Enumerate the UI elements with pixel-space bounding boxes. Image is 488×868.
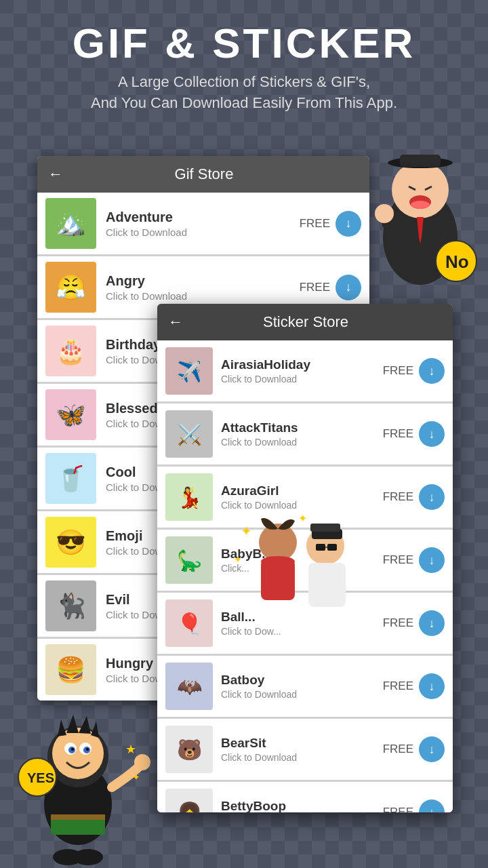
sticker-name-airasia: AirasiaHoliday: [221, 357, 383, 372]
couple-character-decoration: ✦ ✦ ✦: [230, 509, 366, 647]
sticker-badge-azura: FREE: [383, 490, 413, 504]
sticker-download-bettyboop[interactable]: ↓: [419, 800, 445, 812]
gif-thumb-angry: 😤: [45, 262, 96, 313]
sticker-name-azura: AzuraGirl: [221, 484, 383, 498]
sticker-download-airasia[interactable]: ↓: [419, 358, 445, 384]
sticker-right-bearsit: FREE ↓: [383, 736, 445, 762]
sticker-right-airasia: FREE ↓: [383, 358, 445, 384]
gif-item-adventure[interactable]: 🏔️ Adventure Click to Download FREE ↓: [37, 193, 369, 254]
svg-text:★: ★: [125, 743, 136, 756]
gif-store-title: Gif Store: [77, 165, 331, 183]
svg-text:✦: ✦: [234, 554, 242, 565]
sticker-download-balloon[interactable]: ↓: [419, 610, 445, 636]
sticker-info-titans: AttackTitans Click to Download: [221, 420, 383, 448]
gif-thumb-emoji: 😎: [45, 517, 96, 568]
gif-store-back-button[interactable]: ←: [48, 165, 63, 183]
svg-text:✦: ✦: [241, 524, 252, 538]
sticker-right-baby: FREE ↓: [383, 547, 445, 573]
sticker-badge-titans: FREE: [383, 427, 413, 441]
svg-point-15: [261, 556, 295, 567]
sticker-download-azura[interactable]: ↓: [419, 484, 445, 510]
sticker-right-azura: FREE ↓: [383, 484, 445, 510]
svg-point-36: [86, 748, 89, 751]
sticker-store-header: ← Sticker Store: [157, 304, 453, 340]
gif-thumb-cool: 🥤: [45, 453, 96, 504]
sticker-right-titans: FREE ↓: [383, 421, 445, 447]
svg-rect-22: [316, 544, 325, 551]
gif-right-adventure: FREE ↓: [300, 211, 361, 237]
sticker-action-airasia: Click to Download: [221, 374, 383, 384]
svg-point-12: [375, 204, 394, 223]
sticker-badge-batboy: FREE: [383, 679, 413, 693]
svg-point-37: [134, 754, 150, 770]
sticker-badge-bettyboop: FREE: [383, 806, 413, 812]
gif-info-angry: Angry Click to Download: [106, 273, 300, 302]
gif-thumb-hungry: 🍔: [45, 644, 96, 695]
sticker-name-bettyboop: BettyBoop: [221, 799, 383, 812]
gif-info-adventure: Adventure Click to Download: [106, 210, 300, 238]
gif-name-angry: Angry: [106, 273, 300, 289]
sticker-badge-balloon: FREE: [383, 616, 413, 630]
gif-thumb-birthday: 🎂: [45, 326, 96, 376]
sticker-download-bearsit[interactable]: ↓: [419, 736, 445, 762]
sticker-download-titans[interactable]: ↓: [419, 421, 445, 447]
sticker-item-bettyboop[interactable]: 👧 BettyBoop Click to Download FREE ↓: [157, 782, 453, 812]
svg-point-1: [392, 161, 449, 218]
gif-right-angry: FREE ↓: [300, 275, 361, 300]
svg-point-43: [73, 849, 103, 865]
sticker-thumb-airasia: ✈️: [165, 347, 213, 395]
sticker-right-bettyboop: FREE ↓: [383, 800, 445, 812]
svg-rect-3: [400, 155, 441, 167]
svg-point-35: [71, 748, 74, 751]
gif-action-angry: Click to Download: [106, 290, 300, 302]
gif-thumb-evil: 🐈‍⬛: [45, 580, 96, 631]
sticker-badge-baby: FREE: [383, 553, 413, 567]
svg-rect-28: [51, 814, 105, 820]
sticker-item-titans[interactable]: ⚔️ AttackTitans Click to Download FREE ↓: [157, 403, 453, 465]
gif-badge-angry: FREE: [300, 281, 330, 294]
sticker-download-batboy[interactable]: ↓: [419, 673, 445, 699]
sticker-thumb-bettyboop: 👧: [165, 789, 213, 812]
sticker-action-bearsit: Click to Download: [221, 752, 383, 763]
sticker-info-bettyboop: BettyBoop Click to Download: [221, 799, 383, 812]
sticker-store-title: Sticker Store: [197, 313, 415, 331]
sticker-item-bearsit[interactable]: 🐻 BearSit Click to Download FREE ↓: [157, 719, 453, 780]
gif-badge-adventure: FREE: [300, 217, 330, 231]
svg-text:No: No: [445, 252, 469, 272]
sticker-info-batboy: Batboy Click to Download: [221, 673, 383, 700]
sticker-item-batboy[interactable]: 🦇 Batboy Click to Download FREE ↓: [157, 656, 453, 717]
sticker-badge-airasia: FREE: [383, 364, 413, 378]
sticker-action-batboy: Click to Download: [221, 689, 383, 700]
sticker-thumb-batboy: 🦇: [165, 663, 213, 710]
svg-rect-25: [308, 563, 346, 607]
sticker-info-azura: AzuraGirl Click to Download: [221, 484, 383, 511]
app-title: GIF & STICKER: [0, 20, 488, 66]
svg-point-7: [411, 201, 430, 209]
svg-text:✦: ✦: [298, 513, 307, 524]
svg-rect-23: [327, 544, 337, 551]
gif-thumb-blessed: 🦋: [45, 389, 96, 440]
sticker-name-bearsit: BearSit: [221, 736, 383, 751]
sticker-badge-bearsit: FREE: [383, 743, 413, 756]
sticker-right-batboy: FREE ↓: [383, 673, 445, 699]
sticker-store-back-button[interactable]: ←: [168, 313, 183, 331]
sticker-info-airasia: AirasiaHoliday Click to Download: [221, 357, 383, 384]
no-character-decoration: No: [356, 149, 485, 315]
svg-text:YES: YES: [27, 770, 54, 785]
sticker-thumb-balloon: 🎈: [165, 599, 213, 647]
sticker-info-bearsit: BearSit Click to Download: [221, 736, 383, 763]
sticker-thumb-azura: 💃: [165, 473, 213, 521]
sticker-thumb-titans: ⚔️: [165, 410, 213, 458]
svg-text:✦: ✦: [132, 772, 140, 783]
sticker-download-baby[interactable]: ↓: [419, 547, 445, 573]
gif-store-header: ← Gif Store: [37, 156, 369, 193]
gif-name-adventure: Adventure: [106, 210, 300, 225]
svg-rect-21: [310, 524, 340, 532]
sticker-name-batboy: Batboy: [221, 673, 383, 688]
gif-action-adventure: Click to Download: [106, 226, 300, 238]
gif-thumb-adventure: 🏔️: [45, 198, 96, 249]
sticker-name-titans: AttackTitans: [221, 420, 383, 435]
sticker-right-balloon: FREE ↓: [383, 610, 445, 636]
sticker-item-airasia[interactable]: ✈️ AirasiaHoliday Click to Download FREE…: [157, 340, 453, 401]
svg-point-13: [259, 524, 297, 561]
